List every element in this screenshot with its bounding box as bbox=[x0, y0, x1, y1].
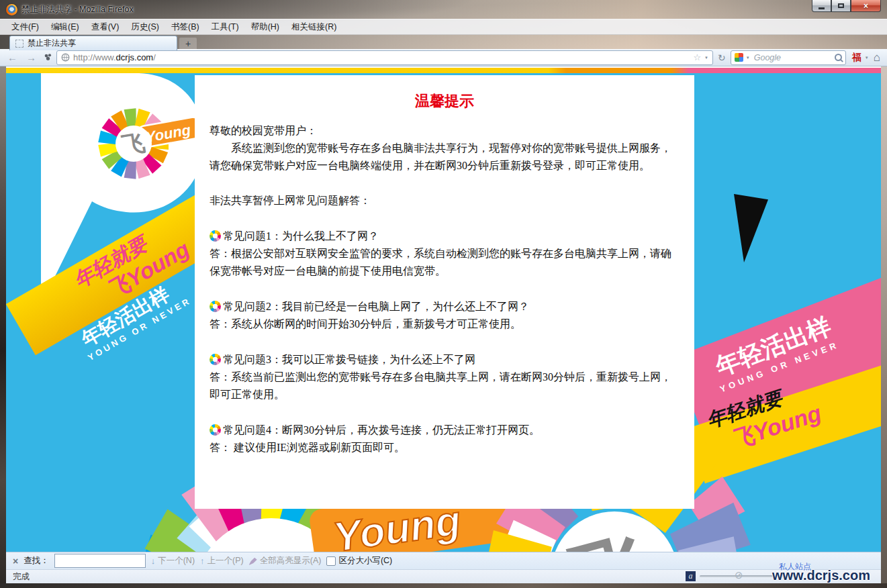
home-button[interactable]: ⌂ bbox=[871, 52, 883, 63]
url-suffix: / bbox=[153, 52, 156, 62]
menu-item-tools[interactable]: 工具(T) bbox=[205, 20, 245, 34]
back-button[interactable]: ← bbox=[4, 51, 21, 64]
restore-icon bbox=[838, 3, 844, 8]
faq-item: 常见问题1：为什么我上不了网？ 答：根据公安部对互联网安全监管的要求，系统自动检… bbox=[209, 228, 680, 280]
search-icon[interactable] bbox=[835, 54, 842, 61]
search-input[interactable] bbox=[753, 52, 832, 63]
menu-item-bookmarks[interactable]: 书签(B) bbox=[165, 20, 205, 34]
find-label: 查找： bbox=[24, 555, 49, 567]
menu-item-view[interactable]: 查看(V) bbox=[85, 20, 126, 34]
faq-answer: 答：系统从你断网的时间开始30分钟后，重新拨号才可正常使用。 bbox=[209, 315, 680, 333]
url-text[interactable]: http://www.dcrjs.com/ bbox=[73, 52, 690, 62]
right-black-triangle bbox=[728, 194, 768, 262]
window-title: 禁止非法共享 - Mozilla Firefox bbox=[21, 4, 134, 15]
up-arrow-icon: ↑ bbox=[200, 556, 205, 565]
faq-item: 常见问题3：我可以正常拨号链接，为什么还上不了网 答：系统当前已监测出您的宽带账… bbox=[209, 351, 680, 403]
find-prev-label: 上一个(P) bbox=[207, 555, 244, 567]
browser-window: 禁止非法共享 - Mozilla Firefox × 文件(F) 编辑(E) 查… bbox=[0, 0, 887, 588]
tab-label: 禁止非法共享 bbox=[28, 38, 76, 49]
match-case-label: 区分大小写(C) bbox=[338, 555, 392, 567]
faq-answer: 答：根据公安部对互联网安全监管的要求，系统自动检测到您的账号存在多台电脑共享上网… bbox=[209, 245, 680, 280]
navigation-toolbar: ← → http://www.dcrjs.com/ ☆ ▼ ↻ ▼ 福 ▼ ⌂ bbox=[0, 49, 887, 66]
svg-text:飞: 飞 bbox=[563, 520, 665, 552]
menu-bar: 文件(F) 编辑(E) 查看(V) 历史(S) 书签(B) 工具(T) 帮助(H… bbox=[0, 19, 887, 35]
window-controls: × bbox=[812, 0, 881, 12]
search-engine-dropdown-icon[interactable]: ▼ bbox=[746, 56, 750, 60]
faq-item: 常见问题4：断网30分钟后，再次拨号连接，仍无法正常打开网页。 答： 建议使用I… bbox=[209, 422, 680, 456]
forward-button[interactable]: → bbox=[23, 51, 40, 64]
url-prefix: http://www. bbox=[73, 52, 116, 62]
google-logo-icon[interactable] bbox=[735, 53, 743, 62]
faq-pinwheel-icon bbox=[209, 424, 221, 436]
tab-bar: 禁止非法共享 + bbox=[0, 35, 887, 50]
faq-answer: 答： 建议使用IE浏览器或刷新页面即可。 bbox=[209, 439, 680, 456]
find-input[interactable] bbox=[54, 554, 146, 568]
find-prev-button[interactable]: ↑ 上一个(P) bbox=[200, 555, 244, 567]
down-arrow-icon: ↓ bbox=[151, 556, 156, 565]
menu-item-edit[interactable]: 编辑(E) bbox=[45, 20, 85, 34]
faq-answer: 答：系统当前已监测出您的宽带账号存在多台电脑共享上网，请在断网30分钟后，重新拨… bbox=[209, 369, 680, 403]
faq-pinwheel-icon bbox=[209, 301, 221, 312]
close-button[interactable]: × bbox=[851, 0, 881, 12]
window-border-right bbox=[881, 66, 887, 583]
urlbar-dropdown-icon[interactable]: ▼ bbox=[704, 56, 708, 60]
find-next-button[interactable]: ↓ 下一个(N) bbox=[151, 555, 195, 567]
fu-extension-button[interactable]: 福 bbox=[848, 52, 863, 64]
faq-question: 常见问题2：我目前已经是一台电脑上网了，为什么还上不了网？ bbox=[223, 301, 529, 312]
page-top-ribbon bbox=[6, 68, 881, 73]
menu-item-help[interactable]: 帮助(H) bbox=[245, 20, 285, 34]
svg-text:飞: 飞 bbox=[120, 129, 147, 158]
fu-dropdown-icon[interactable]: ▼ bbox=[865, 56, 869, 60]
menu-item-related-links[interactable]: 相关链接(R) bbox=[285, 20, 342, 34]
intro-paragraph: 系统监测到您的宽带账号存在多台电脑非法共享行为，现暂停对你的宽带账号提供上网服务… bbox=[209, 140, 680, 175]
status-bar: 完成 a ⊘ 私人站点 www.dcrjs.com bbox=[6, 569, 881, 583]
svg-text:飞: 飞 bbox=[216, 536, 326, 552]
search-box[interactable]: ▼ bbox=[731, 50, 846, 65]
watermark-url-label: www.dcrjs.com bbox=[772, 568, 870, 583]
url-bar[interactable]: http://www.dcrjs.com/ ☆ ▼ bbox=[56, 50, 713, 65]
find-next-label: 下一个(N) bbox=[158, 555, 195, 567]
aero-glass-area: 禁止非法共享 - Mozilla Firefox × 文件(F) 编辑(E) 查… bbox=[0, 0, 887, 49]
page-viewport: Young 飞 年轻就要 飞Young 年轻活出样 YOUNG OR NEVER bbox=[6, 66, 881, 552]
highlighter-icon bbox=[249, 557, 257, 565]
tab-active[interactable]: 禁止非法共享 bbox=[9, 36, 177, 50]
new-tab-button[interactable]: + bbox=[179, 38, 197, 50]
faq-item: 常见问题2：我目前已经是一台电脑上网了，为什么还上不了网？ 答：系统从你断网的时… bbox=[209, 298, 680, 333]
minimize-button[interactable] bbox=[812, 0, 831, 12]
bookmark-star-icon[interactable]: ☆ bbox=[693, 53, 701, 62]
window-border-left bbox=[0, 66, 6, 583]
site-watermark: 私人站点 www.dcrjs.com bbox=[772, 565, 878, 583]
window-titlebar[interactable]: 禁止非法共享 - Mozilla Firefox × bbox=[0, 0, 887, 19]
minimize-icon bbox=[819, 7, 825, 9]
menu-item-file[interactable]: 文件(F) bbox=[5, 20, 45, 34]
highlight-all-button[interactable]: 全部高亮显示(A) bbox=[249, 555, 322, 567]
menu-item-history[interactable]: 历史(S) bbox=[125, 20, 165, 34]
faq-question: 常见问题4：断网30分钟后，再次拨号连接，仍无法正常打开网页。 bbox=[223, 424, 540, 436]
greeting-line: 尊敬的校园宽带用户： bbox=[209, 122, 680, 140]
tab-favicon-placeholder-icon bbox=[15, 40, 24, 48]
match-case-checkbox[interactable] bbox=[326, 556, 336, 566]
highlight-all-label: 全部高亮显示(A) bbox=[260, 555, 322, 567]
url-domain: dcrjs.com bbox=[116, 52, 154, 62]
match-case-toggle[interactable]: 区分大小写(C) bbox=[326, 555, 392, 567]
notice-title: 温馨提示 bbox=[209, 91, 680, 111]
faq-header: 非法共享暂停上网常见问题解答： bbox=[209, 192, 680, 209]
window-border-bottom bbox=[0, 583, 887, 588]
left-slogan-group: 年轻就要 飞Young 年轻活出样 YOUNG OR NEVER bbox=[14, 189, 206, 299]
faq-question: 常见问题3：我可以正常拨号链接，为什么还上不了网 bbox=[223, 354, 475, 365]
find-bar: × 查找： ↓ 下一个(N) ↑ 上一个(P) 全部高亮显示(A) 区分大小 bbox=[6, 552, 881, 569]
zoom-slider-thumb-icon[interactable]: ⊘ bbox=[735, 570, 743, 580]
reload-button[interactable]: ↻ bbox=[715, 53, 729, 62]
notice-panel: 温馨提示 尊敬的校园宽带用户： 系统监测到您的宽带账号存在多台电脑非法共享行为，… bbox=[195, 75, 694, 509]
globe-icon bbox=[61, 53, 70, 62]
svg-text:Young: Young bbox=[144, 121, 192, 146]
faq-pinwheel-icon bbox=[209, 354, 221, 365]
faq-pinwheel-icon bbox=[209, 230, 221, 242]
restore-button[interactable] bbox=[831, 0, 851, 12]
status-text: 完成 bbox=[13, 571, 30, 583]
find-close-button[interactable]: × bbox=[13, 556, 18, 566]
font-size-indicator-icon: a bbox=[686, 571, 696, 581]
firefox-icon bbox=[6, 4, 17, 15]
faq-question: 常见问题1：为什么我上不了网？ bbox=[223, 230, 379, 242]
extension-paw-icon[interactable] bbox=[42, 53, 54, 62]
